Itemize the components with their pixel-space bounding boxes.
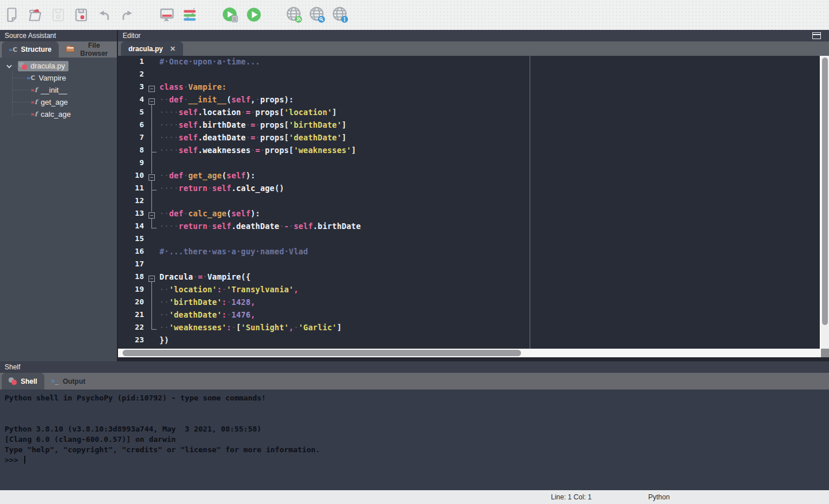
code-line-18[interactable]: 18Dracula·=·Vampire({ — [118, 272, 820, 285]
save-as-button[interactable] — [70, 2, 93, 28]
line-number: 9 — [118, 158, 147, 171]
python-icon — [9, 377, 17, 385]
psychopy-search-button[interactable] — [306, 2, 329, 28]
line-number: 1 — [118, 57, 147, 70]
line-number: 10 — [118, 171, 147, 184]
code-line-20[interactable]: 20··'birthDate':·1428, — [118, 297, 820, 310]
shelf-tabstrip: Shell >_ Output — [0, 373, 829, 390]
tree-item-calc-age[interactable]: »fcalc_age — [0, 108, 117, 120]
code-line-7[interactable]: 7····self.deathDate·=·props['deathDate'] — [118, 133, 820, 146]
code-line-15[interactable]: 15 — [118, 234, 820, 247]
tree-item-dracula-py[interactable]: dracula.py — [0, 60, 117, 72]
code-line-1[interactable]: 1#·Once·upon·a·time... — [118, 57, 820, 70]
tab-output[interactable]: >_ Output — [44, 373, 93, 390]
code-line-4[interactable]: 4··def·__init__(self,·props): — [118, 95, 820, 108]
tab-shell[interactable]: Shell — [2, 373, 44, 390]
fold-marker[interactable] — [147, 171, 159, 184]
code-line-21[interactable]: 21··'deathDate':·1476, — [118, 310, 820, 323]
code-line-2[interactable]: 2 — [118, 70, 820, 82]
code-line-19[interactable]: 19··'location':·'Transylvania', — [118, 285, 820, 297]
tree-item-vampire[interactable]: »CVampire — [0, 72, 117, 84]
chevron-down-icon[interactable] — [6, 63, 12, 68]
fold-guide — [147, 108, 159, 120]
folder-icon — [66, 45, 75, 54]
language-indicator: Python — [648, 490, 670, 504]
python-icon — [19, 62, 27, 70]
run-in-runner-icon — [221, 5, 241, 25]
editor-tabstrip: dracula.py ✕ — [118, 41, 829, 56]
code-line-9[interactable]: 9 — [118, 158, 820, 171]
new-file-icon — [3, 6, 21, 24]
fold-guide — [147, 234, 159, 247]
code-editor[interactable]: 1#·Once·upon·a·time...23class·Vampire:4·… — [118, 56, 821, 349]
tab-file-browser[interactable]: File Browser — [59, 41, 117, 58]
code-text: ····self.location·=·props['location'] — [159, 108, 337, 120]
python-shell[interactable]: Python shell in PsychoPy (pid:10792) - t… — [0, 390, 829, 490]
code-line-8[interactable]: 8····self.weaknesses·=·props['weaknesses… — [118, 146, 820, 158]
shelf-panel: Shelf Shell >_ Output Python shell in Ps… — [0, 361, 829, 490]
code-line-5[interactable]: 5····self.location·=·props['location'] — [118, 108, 820, 120]
code-line-23[interactable]: 23}) — [118, 335, 820, 348]
undo-button[interactable] — [93, 2, 116, 28]
globe-news-icon — [284, 5, 304, 25]
psychopy-info-button[interactable] — [329, 2, 352, 28]
code-text: ····return·self.deathDate·-·self.birthDa… — [159, 222, 361, 234]
panel-layout-icon[interactable] — [812, 32, 821, 39]
line-number: 5 — [118, 108, 147, 120]
monitor-center-button[interactable] — [155, 2, 178, 28]
tab-dracula-py[interactable]: dracula.py ✕ — [121, 41, 183, 56]
line-number: 6 — [118, 120, 147, 133]
code-line-6[interactable]: 6····self.birthDate·=·props['birthDate'] — [118, 120, 820, 133]
run-script-button[interactable] — [242, 2, 265, 28]
code-line-16[interactable]: 16#·...there·was·a·guy·named·Vlad — [118, 247, 820, 259]
tree-item-label: Vampire — [39, 74, 66, 82]
code-line-12[interactable]: 12 — [118, 196, 820, 209]
code-line-13[interactable]: 13··def·calc_age(self): — [118, 209, 820, 222]
vertical-scrollbar-thumb[interactable] — [822, 58, 828, 325]
fold-marker[interactable] — [147, 272, 159, 285]
undo-icon — [95, 6, 113, 24]
code-text: ····self.deathDate·=·props['deathDate'] — [159, 133, 347, 146]
fold-marker[interactable] — [147, 95, 159, 108]
code-line-3[interactable]: 3class·Vampire: — [118, 82, 820, 95]
code-line-17[interactable]: 17 — [118, 259, 820, 272]
redo-button[interactable] — [116, 2, 139, 28]
close-tab-icon[interactable]: ✕ — [170, 45, 176, 53]
color-sliders-icon — [180, 6, 199, 24]
code-text: ····self.birthDate·=·props['birthDate'] — [159, 120, 347, 133]
fold-marker[interactable] — [147, 82, 159, 95]
vertical-scrollbar[interactable] — [821, 56, 829, 349]
structure-tree: dracula.py»CVampire»f__init__»fget_age»f… — [0, 58, 117, 361]
shell-line — [5, 403, 829, 414]
source-assistant-panel: Source Assistant »C Structure File Brows… — [0, 30, 117, 361]
fold-marker[interactable] — [147, 209, 159, 222]
tab-structure[interactable]: »C Structure — [2, 41, 59, 58]
run-in-runner-button[interactable] — [219, 2, 242, 28]
code-line-11[interactable]: 11····return·self.calc_age() — [118, 184, 820, 196]
fold-guide — [147, 310, 159, 323]
code-line-22[interactable]: 22··'weaknesses':·['Sunlight',·'Garlic'] — [118, 323, 820, 335]
color-settings-button[interactable] — [178, 2, 201, 28]
code-line-14[interactable]: 14····return·self.deathDate·-·self.birth… — [118, 222, 820, 234]
long-line-edge-guide — [530, 56, 530, 349]
code-text: ··'deathDate':·1476, — [159, 310, 256, 323]
line-number: 20 — [118, 297, 147, 310]
tree-item--init-[interactable]: »f__init__ — [0, 84, 117, 96]
horizontal-scrollbar[interactable] — [118, 349, 821, 357]
fold-guide — [147, 70, 159, 82]
scrollbar-corner — [821, 349, 829, 357]
tree-item-label: calc_age — [41, 110, 71, 119]
open-file-button[interactable] — [24, 2, 47, 28]
horizontal-scrollbar-thumb[interactable] — [123, 350, 521, 356]
code-text: #·...there·was·a·guy·named·Vlad — [159, 247, 308, 259]
psychopy-news-button[interactable] — [283, 2, 306, 28]
code-lines: 1#·Once·upon·a·time...23class·Vampire:4·… — [118, 57, 820, 348]
shell-line: Python 3.8.10 (v3.8.10:3d8993a744, May 3… — [5, 424, 829, 434]
code-line-10[interactable]: 10··def·get_age(self): — [118, 171, 820, 184]
line-number: 14 — [118, 222, 147, 234]
save-button[interactable] — [47, 2, 70, 28]
fold-guide — [147, 297, 159, 310]
new-file-button[interactable] — [1, 2, 24, 28]
globe-info-icon — [330, 5, 350, 25]
tree-item-get-age[interactable]: »fget_age — [0, 96, 117, 108]
